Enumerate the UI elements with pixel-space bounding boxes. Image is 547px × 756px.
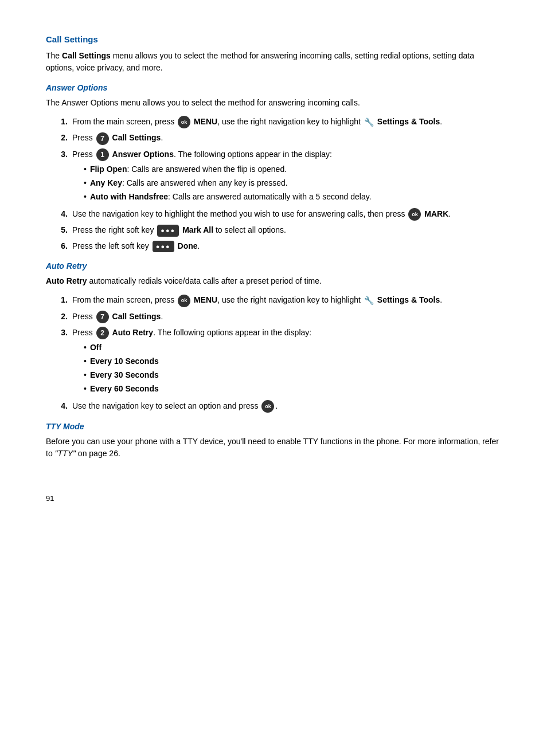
any-key-option: Any Key: Calls are answered when any key… xyxy=(84,177,501,189)
auto-retry-intro: Auto Retry automatically redials voice/d… xyxy=(46,275,501,287)
every-60-option: Every 60 Seconds xyxy=(84,383,501,395)
any-key-text: Any Key: Calls are answered when any key… xyxy=(90,177,288,189)
every-30-option: Every 30 Seconds xyxy=(84,369,501,381)
ar-step-num-2: 2. xyxy=(57,311,68,323)
settings-tools-icon-2: 🔧 xyxy=(364,295,374,307)
auto-handsfree-text: Auto with Handsfree: Calls are answered … xyxy=(90,191,372,203)
num7-button: 7 xyxy=(96,132,109,145)
step-5: 5. Press the right soft key ●●● Mark All… xyxy=(57,224,501,237)
tty-mode-title: TTY Mode xyxy=(46,422,501,431)
ar-step-content-3: Press 2 Auto Retry. The following option… xyxy=(72,327,501,397)
auto-retry-bullets: Off Every 10 Seconds Every 30 Seconds Ev… xyxy=(84,342,501,395)
step-3: 3. Press 1 Answer Options. The following… xyxy=(57,148,501,205)
step-content-2: Press 7 Call Settings. xyxy=(72,132,501,144)
step-num-3: 3. xyxy=(57,148,68,205)
step-2: 2. Press 7 Call Settings. xyxy=(57,132,501,144)
ar-step-content-4: Use the navigation key to select an opti… xyxy=(72,400,501,413)
off-text: Off xyxy=(90,342,101,354)
answer-options-title: Answer Options xyxy=(46,83,501,92)
settings-tools-icon: 🔧 xyxy=(364,116,374,128)
step-content-1: From the main screen, press ok MENU, use… xyxy=(72,116,501,128)
step-6: 6. Press the left soft key ●●● Done. xyxy=(57,240,501,253)
softkey-mark-all: ●●● xyxy=(157,225,179,237)
ar-step-num-1: 1. xyxy=(57,294,68,307)
auto-retry-section: Auto Retry Auto Retry automatically redi… xyxy=(46,261,501,413)
every-60-text: Every 60 Seconds xyxy=(90,383,159,395)
ar-step-2: 2. Press 7 Call Settings. xyxy=(57,311,501,323)
ar-step-4: 4. Use the navigation key to select an o… xyxy=(57,400,501,413)
ar-step-content-2: Press 7 Call Settings. xyxy=(72,311,501,323)
off-option: Off xyxy=(84,342,501,354)
step-content-3: Press 1 Answer Options. The following op… xyxy=(72,148,501,205)
flip-open-option: Flip Open: Calls are answered when the f… xyxy=(84,163,501,175)
step-num-2: 2. xyxy=(57,132,68,144)
num2-button: 2 xyxy=(96,327,109,339)
answer-options-intro: The Answer Options menu allows you to se… xyxy=(46,97,501,109)
auto-retry-steps: 1. From the main screen, press ok MENU, … xyxy=(57,294,501,413)
call-settings-section: Call Settings The Call Settings menu all… xyxy=(46,34,501,74)
step-1: 1. From the main screen, press ok MENU, … xyxy=(57,116,501,128)
step-num-1: 1. xyxy=(57,116,68,128)
step-content-6: Press the left soft key ●●● Done. xyxy=(72,240,501,253)
num7-button-2: 7 xyxy=(96,311,109,323)
page-content: Call Settings The Call Settings menu all… xyxy=(46,34,501,503)
call-settings-title: Call Settings xyxy=(46,34,501,44)
ok-button-icon-3: ok xyxy=(178,295,190,307)
answer-options-bullets: Flip Open: Calls are answered when the f… xyxy=(84,163,501,203)
step-num-5: 5. xyxy=(57,224,68,237)
softkey-done: ●●● xyxy=(153,241,174,253)
answer-options-steps: 1. From the main screen, press ok MENU, … xyxy=(57,116,501,252)
ar-step-num-3: 3. xyxy=(57,327,68,397)
step-num-6: 6. xyxy=(57,240,68,253)
answer-options-section: Answer Options The Answer Options menu a… xyxy=(46,83,501,252)
ar-step-3: 3. Press 2 Auto Retry. The following opt… xyxy=(57,327,501,397)
ar-step-num-4: 4. xyxy=(57,400,68,413)
auto-handsfree-option: Auto with Handsfree: Calls are answered … xyxy=(84,191,501,203)
ok-button-icon-4: ok xyxy=(261,400,274,413)
flip-open-text: Flip Open: Calls are answered when the f… xyxy=(90,163,287,175)
every-10-text: Every 10 Seconds xyxy=(90,355,159,367)
every-30-text: Every 30 Seconds xyxy=(90,369,159,381)
tty-mode-section: TTY Mode Before you can use your phone w… xyxy=(46,422,501,460)
ar-step-content-1: From the main screen, press ok MENU, use… xyxy=(72,294,501,307)
call-settings-intro: The Call Settings menu allows you to sel… xyxy=(46,50,501,74)
step-content-5: Press the right soft key ●●● Mark All to… xyxy=(72,224,501,237)
step-content-4: Use the navigation key to highlight the … xyxy=(72,208,501,221)
tty-mode-intro: Before you can use your phone with a TTY… xyxy=(46,436,501,460)
step-4: 4. Use the navigation key to highlight t… xyxy=(57,208,501,221)
num1-button: 1 xyxy=(96,148,109,161)
auto-retry-title: Auto Retry xyxy=(46,261,501,271)
every-10-option: Every 10 Seconds xyxy=(84,355,501,367)
ar-step-1: 1. From the main screen, press ok MENU, … xyxy=(57,294,501,307)
ok-button-icon: ok xyxy=(178,116,190,128)
ok-button-icon-2: ok xyxy=(408,208,421,221)
step-num-4: 4. xyxy=(57,208,68,221)
page-number: 91 xyxy=(46,494,501,503)
